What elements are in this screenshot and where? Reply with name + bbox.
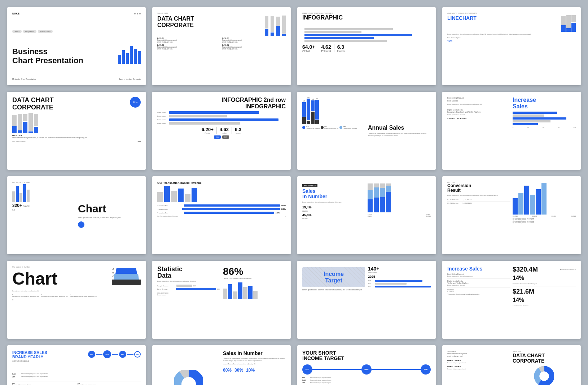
slide18-title: Sales in Number [223, 350, 286, 356]
slide11-title: SalesIn Number [302, 189, 365, 200]
bar-2 [122, 50, 125, 64]
svg-point-7 [539, 371, 549, 381]
slide12-table: Q1-2024 Lot Like 1,433,281.201 Q1-2025 L… [447, 198, 510, 205]
slide10-title: Our Transaction-based Revenue [157, 181, 286, 185]
slide13-desc: lorem ipsum dolor sit amet, adipiscing e… [12, 290, 141, 292]
slide11-right: 23,6%01-2024 78,8%01-2025 [368, 181, 431, 249]
slide2-title: DATA CHARTCORPORATE [157, 16, 194, 28]
slide3-title: INFOGRAPHIC [302, 14, 431, 21]
slide16-val2: $21.6M [513, 288, 576, 295]
tag-select[interactable]: Select [12, 30, 22, 33]
data-item-4: DATA 04Praesent tristique augue sitamet,… [222, 44, 286, 50]
slide5-desc: FALSE DATA Praesent tristique augue sit … [12, 135, 141, 140]
slide11-badge: WORLD BEST [302, 184, 317, 187]
main-title: BusinessChart Presentation [12, 47, 83, 65]
slide14-title: StatisticData [157, 266, 220, 279]
slide15-left: IncomeTarget Lorem ipsum dolor sit amet … [302, 266, 365, 334]
slide15-bars: 2021 2022 2023 [368, 280, 431, 287]
slide16-val1: $320.4M [513, 266, 538, 273]
slide14-pct: 86% [223, 266, 286, 277]
slide-conversion-result: Our Chart ConversionResult Lorem ipsum d… [442, 176, 581, 254]
slide-increase-sales-2: Increase Sales Best Selling Product Lore… [442, 261, 581, 339]
slide-sales-in-number: WORLD BEST SalesIn Number Lorem ipsum do… [297, 176, 436, 254]
slide12-left: Our Chart ConversionResult Lorem ipsum d… [447, 181, 510, 249]
slide-increase-brand-yearly: INCREASE SALESBRAND YEARLY GROWTH TIMELI… [7, 345, 146, 385]
slide5-title: DATA CHARTCORPORATE [12, 97, 54, 111]
slide14-chart [223, 282, 286, 299]
slide16-left: Increase Sales Best Selling Product Lore… [447, 266, 510, 334]
slide6-year-badge: 2024 2025 [157, 135, 286, 139]
main-grid: NUKE Select Infographic Annual Sales Bus… [7, 7, 581, 385]
slide18-desc2: Uniabel Taur dollar amet consectetur adi… [223, 363, 286, 365]
slide20-title: DATA CHARTCORPORATE [513, 353, 576, 364]
slide13-dot: ● [12, 299, 141, 301]
section-label: VALUE DATA [157, 12, 194, 14]
slide-chart-big: Our Report in Number 320+ Brand 6.3 Char… [7, 176, 146, 254]
side-label: Sales In Number Corporate [119, 78, 141, 80]
slide15-right: 140+ Total Revenue 2025 2021 2022 2023 [368, 266, 431, 334]
slide19-months: FEB MAR APR [302, 364, 431, 375]
metric-2: 4.62 Potential [321, 44, 331, 52]
slide9-right: Chart lorem ipsum dolor sit amet, consec… [78, 181, 141, 249]
slide8-title: IncreaseSales [513, 97, 576, 109]
slide17-bottom: MARPraesent tristique magna sit amet APR… [12, 381, 141, 385]
slide12-desc: Lorem ipsum dolor sit amet consectetur a… [447, 194, 510, 196]
slide14-right: 86% Of Our Transaction-based Revenue [223, 266, 286, 334]
bar-5 [134, 49, 137, 64]
slide11-pcts: 15,4% 01-2024 45,8% 01-2025 [302, 206, 365, 220]
tags: Select Infographic Annual Sales [12, 30, 141, 33]
data-item-1: DATA 01Praesent tristique augue sitamet,… [157, 38, 221, 43]
slide20-sublabel: VALUE DATA [447, 350, 510, 352]
slide5-badge: 12% [130, 97, 141, 108]
bar-4 [130, 46, 133, 64]
tag-infographic[interactable]: Infographic [23, 30, 36, 33]
slide7-right: Annual Sales Lorem ipsum dolor sit amet,… [368, 97, 431, 165]
slide10-pcts: Transaction Fee 98% Transaction Fee 84% … [157, 204, 286, 214]
slide20-left: VALUE DATA Praesent tristique augue sita… [447, 350, 510, 385]
slide11-desc: Lorem ipsum dolor sit amet consectetur a… [302, 201, 365, 203]
subtitle: Minimalist Chart Presentation [12, 78, 36, 80]
slide13-alpha: ABC [113, 268, 114, 277]
bar-3 [126, 53, 129, 64]
slide3-metrics: 64.0+ Global 4.62 Potential 6.3 Income [302, 44, 431, 52]
slide4-sublabel: ANALYTICS FINANCIAL OVERVIEW [447, 12, 477, 14]
slide-infographic-1: MARKETING STRATEGY OVERVIEW INFOGRAPHIC … [297, 7, 436, 85]
slide10-bars [157, 186, 286, 202]
tag-annual[interactable]: Annual Sales [38, 30, 53, 33]
slide16-pct2: 14% [513, 297, 576, 303]
slide12-right: Q1-2024Q2-2024Q3-2024Q4-2024 Q1-2025: 1,… [513, 181, 576, 249]
slide6-bars: Lorem ipsum Lorem ipsum Lorem ipsum Lore… [157, 111, 286, 125]
slide19-timeline: FEB Praesent tristique augue sit amet MA… [302, 377, 431, 384]
slide9-desc: lorem ipsum dolor sit amet, consectetur … [78, 216, 141, 219]
slide5-bottom: Data Statistic Option 1075 [12, 140, 141, 142]
slide12-title: ConversionResult [447, 183, 510, 193]
bottom-info: Minimalist Chart Presentation Sales In N… [12, 78, 141, 80]
slide14-bars: Sample Revenue 25% Bet by Revenue 65% [157, 285, 220, 290]
slide-income-target-short: YOUR SHORTINCOME TARGET FEB MAR APR FEB … [297, 345, 436, 385]
slide17-subtitle: GROWTH TIMELINE [12, 360, 141, 362]
slide4-title: LINECHART [447, 15, 477, 21]
slide20-data-rows: DATA 01 → DATA 02 Praesent tristique aug… [447, 359, 510, 371]
slide18-pcts: 60% 30% 10% [223, 368, 286, 373]
slide18-right: Sales in Number Lorem ipsum dolor sit am… [223, 350, 286, 385]
slide19-title: YOUR SHORTINCOME TARGET [302, 350, 431, 362]
slide6-title2: INFOGRAPHIC [157, 103, 286, 110]
slide-data-chart-2: DATA CHARTCORPORATE 12% [7, 92, 146, 170]
slide9-big-word: Chart [78, 203, 141, 215]
slide9-circle [78, 221, 84, 228]
slide8-right: IncreaseSales 0255075100 [513, 97, 576, 165]
logo: NUKE [12, 12, 19, 15]
slide17-timeline: MAR Praesent tristique augue sit amet ma… [12, 373, 141, 378]
slide16-pct1: 14% [513, 275, 576, 281]
bar-1 [118, 55, 121, 64]
slide15-label: Total Revenue [368, 272, 431, 273]
slide13-shapes [112, 268, 141, 285]
slide7-left: 195 280 144 310 [302, 97, 365, 165]
slide-sales-pie: Sales in Number Lorem ipsum dolor sit am… [152, 345, 291, 385]
slide-statistic-data: StatisticData Lorem ipsum dolor sit amet… [152, 261, 291, 339]
data-item-2: DATA 02Praesent tristique augue sitamet,… [222, 38, 286, 43]
slide7-title: Annual Sales [368, 125, 431, 131]
slide14-left: StatisticData Lorem ipsum dolor sit amet… [157, 266, 220, 334]
slide-infographic-2: INFOGRAPHIC 2nd row INFOGRAPHIC Lorem ip… [152, 92, 291, 170]
slide-income-target: IncomeTarget Lorem ipsum dolor sit amet … [297, 261, 436, 339]
